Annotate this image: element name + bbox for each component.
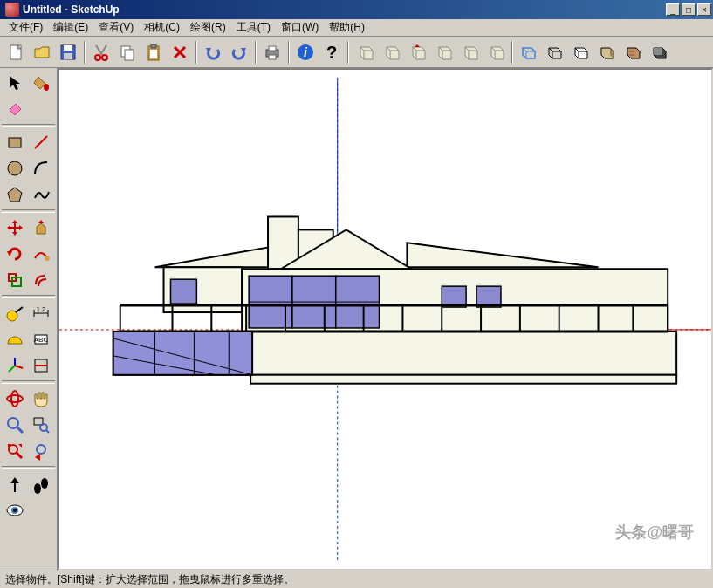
look-around-icon[interactable] [2,497,28,523]
svg-marker-110 [10,477,19,483]
push-pull-icon[interactable] [28,215,54,241]
line-icon[interactable] [28,129,54,155]
top-view-icon[interactable] [379,40,403,65]
svg-marker-78 [37,223,45,234]
svg-text:?: ? [326,43,337,62]
svg-rect-20 [269,46,276,51]
zoom-window-icon[interactable] [28,412,54,438]
svg-line-103 [46,430,49,433]
pan-icon[interactable] [28,386,54,412]
undo-icon[interactable] [201,40,225,65]
rectangle-icon[interactable] [2,129,28,155]
window-title: Untitled - SketchUp [23,3,664,16]
text-icon[interactable]: ABC [28,326,54,352]
svg-marker-77 [7,220,23,236]
copy-icon[interactable] [115,40,140,65]
close-button[interactable]: × [697,3,711,16]
redo-icon[interactable] [227,40,251,65]
shaded-textures-icon[interactable] [621,40,646,65]
follow-me-icon[interactable] [28,241,54,267]
svg-rect-4 [64,45,72,51]
svg-point-81 [45,256,50,261]
arc-icon[interactable] [28,155,54,181]
help-icon[interactable]: ? [319,40,344,65]
menu-item-2[interactable]: 查看(V) [93,18,139,37]
svg-marker-80 [7,251,12,256]
walk-icon[interactable] [28,471,54,497]
svg-marker-2 [35,47,49,58]
maximize-button[interactable]: □ [682,3,696,16]
hidden-line-icon[interactable] [569,40,593,65]
paint-bucket-icon[interactable] [28,70,54,96]
eraser-icon[interactable] [2,96,28,122]
svg-rect-73 [9,138,21,147]
polygon-icon[interactable] [2,181,28,208]
monochrome-icon[interactable] [648,40,672,65]
svg-marker-107 [18,444,22,448]
wireframe-icon[interactable] [543,40,567,65]
shaded-icon[interactable] [595,40,620,65]
model-drawing [59,70,711,569]
front-view-icon[interactable] [405,40,429,65]
menu-item-7[interactable]: 帮助(H) [324,18,370,37]
tape-measure-icon[interactable] [2,300,28,326]
dimension-icon[interactable]: 1.2 [28,300,54,326]
protractor-icon[interactable] [2,326,28,352]
svg-marker-76 [8,188,22,202]
svg-rect-134 [476,286,501,307]
new-file-icon[interactable] [3,40,28,65]
circle-icon[interactable] [2,155,28,181]
menu-item-0[interactable]: 文件(F) [3,18,48,37]
rotate-icon[interactable] [2,241,28,267]
menu-item-5[interactable]: 工具(T) [231,18,276,37]
zoom-icon[interactable] [2,412,28,438]
svg-line-94 [9,366,15,372]
svg-point-71 [44,84,49,91]
back-view-icon[interactable] [457,40,482,65]
zoom-extents-icon[interactable] [2,438,28,464]
statusbar: 选择物件。[Shift]键：扩大选择范围，拖曳鼠标进行多重选择。 [0,571,713,588]
position-camera-icon[interactable] [2,471,28,497]
menu-item-1[interactable]: 编辑(E) [48,18,93,37]
svg-line-100 [17,427,23,433]
info-icon[interactable]: i [293,40,318,65]
select-icon[interactable] [2,70,28,96]
svg-marker-64 [627,48,640,58]
svg-point-8 [95,55,100,60]
right-view-icon[interactable] [431,40,456,65]
svg-rect-21 [269,55,276,59]
svg-marker-122 [407,243,598,267]
orbit-icon[interactable] [2,386,28,412]
svg-text:1.2: 1.2 [36,305,46,313]
svg-point-108 [37,445,45,454]
freehand-icon[interactable] [28,181,54,208]
iso-view-icon[interactable] [353,40,377,65]
svg-line-85 [16,307,23,312]
section-icon[interactable] [28,352,54,379]
left-view-icon[interactable] [483,40,508,65]
scale-icon[interactable] [2,267,28,293]
offset-icon[interactable] [28,267,54,293]
delete-icon[interactable] [168,40,192,65]
move-icon[interactable] [2,215,28,241]
svg-point-97 [7,395,23,402]
paste-icon[interactable] [141,40,166,65]
minimize-button[interactable]: _ [666,3,680,16]
xray-icon[interactable] [517,40,541,65]
svg-text:ABC: ABC [34,336,49,344]
print-icon[interactable] [260,40,285,65]
svg-rect-5 [64,53,72,59]
menu-item-3[interactable]: 相机(C) [139,18,185,37]
open-file-icon[interactable] [30,40,54,65]
svg-marker-109 [35,454,40,461]
menu-item-6[interactable]: 窗口(W) [276,18,324,37]
axes-icon[interactable] [2,352,28,379]
menu-item-4[interactable]: 绘图(R) [185,18,231,37]
viewport[interactable]: 头条@曙哥 [58,68,713,571]
previous-view-icon[interactable] [28,438,54,464]
save-icon[interactable] [56,40,80,65]
svg-marker-37 [415,44,420,47]
svg-point-112 [34,483,41,494]
cut-icon[interactable] [89,40,113,65]
svg-rect-13 [151,44,156,48]
